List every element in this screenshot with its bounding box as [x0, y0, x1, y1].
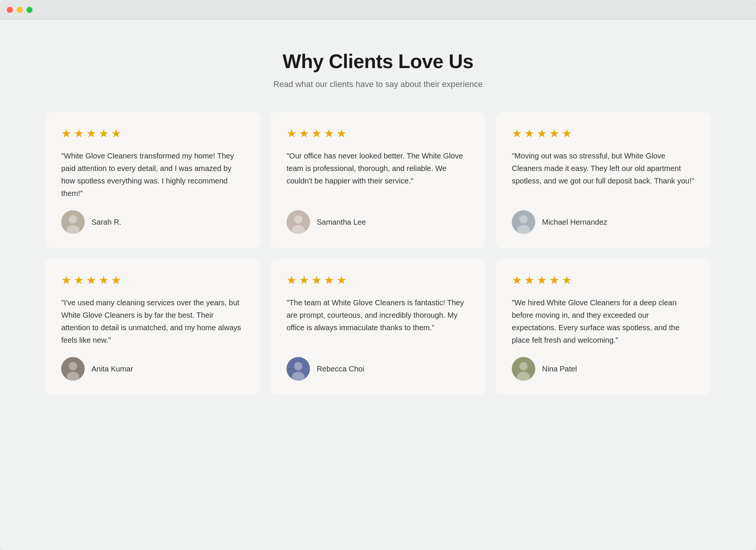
- star-icon: ★: [324, 128, 334, 139]
- reviewer-rebecca: Rebecca Choi: [287, 357, 469, 381]
- avatar-sarah: [61, 210, 85, 234]
- reviews-grid: ★★★★★"White Glove Cleaners transformed m…: [45, 112, 711, 395]
- stars-sarah: ★★★★★: [61, 128, 244, 139]
- svg-point-23: [294, 362, 302, 370]
- reviewer-anita: Anita Kumar: [61, 357, 244, 381]
- stars-michael: ★★★★★: [512, 128, 695, 139]
- review-text-rebecca: "The team at White Glove Cleaners is fan…: [287, 297, 469, 346]
- star-icon: ★: [299, 128, 309, 139]
- review-card-nina: ★★★★★"We hired White Glove Cleaners for …: [496, 259, 711, 395]
- star-icon: ★: [86, 275, 96, 286]
- reviewer-sarah: Sarah R.: [61, 210, 244, 234]
- review-text-sarah: "White Glove Cleaners transformed my hom…: [61, 150, 244, 200]
- star-icon: ★: [287, 275, 297, 286]
- svg-point-13: [519, 215, 528, 224]
- star-icon: ★: [562, 275, 572, 286]
- page-title: Why Clients Love Us: [45, 50, 711, 73]
- svg-point-28: [519, 362, 528, 370]
- stars-anita: ★★★★★: [61, 275, 244, 286]
- svg-point-18: [69, 362, 77, 370]
- star-icon: ★: [311, 128, 322, 139]
- star-icon: ★: [549, 128, 559, 139]
- svg-point-3: [69, 215, 77, 224]
- star-icon: ★: [311, 275, 322, 286]
- star-icon: ★: [537, 128, 547, 139]
- star-icon: ★: [299, 275, 309, 286]
- avatar-michael: [512, 210, 535, 234]
- review-text-michael: "Moving out was so stressful, but White …: [512, 150, 695, 200]
- star-icon: ★: [287, 128, 297, 139]
- review-text-nina: "We hired White Glove Cleaners for a dee…: [512, 297, 695, 346]
- avatar-anita: [61, 357, 85, 381]
- star-icon: ★: [512, 128, 522, 139]
- star-icon: ★: [562, 128, 572, 139]
- star-icon: ★: [111, 275, 121, 286]
- svg-point-8: [294, 215, 302, 224]
- star-icon: ★: [86, 128, 96, 139]
- reviewer-samantha: Samantha Lee: [287, 210, 469, 234]
- star-icon: ★: [537, 275, 547, 286]
- reviewer-name-rebecca: Rebecca Choi: [317, 365, 364, 373]
- star-icon: ★: [512, 275, 522, 286]
- page-subtitle: Read what our clients have to say about …: [45, 79, 711, 89]
- star-icon: ★: [524, 275, 534, 286]
- review-text-anita: "I've used many cleaning services over t…: [61, 297, 244, 346]
- review-text-samantha: "Our office has never looked better. The…: [287, 150, 469, 200]
- star-icon: ★: [336, 275, 347, 286]
- star-icon: ★: [324, 275, 334, 286]
- review-card-rebecca: ★★★★★"The team at White Glove Cleaners i…: [271, 259, 485, 395]
- star-icon: ★: [99, 128, 109, 139]
- reviewer-michael: Michael Hernandez: [512, 210, 695, 234]
- reviewer-name-anita: Anita Kumar: [91, 365, 133, 373]
- avatar-nina: [512, 357, 535, 381]
- close-button[interactable]: [7, 7, 13, 13]
- reviewer-name-michael: Michael Hernandez: [542, 218, 607, 227]
- stars-samantha: ★★★★★: [287, 128, 469, 139]
- section-header: Why Clients Love Us Read what our client…: [45, 50, 711, 89]
- star-icon: ★: [61, 128, 71, 139]
- minimize-button[interactable]: [17, 7, 23, 13]
- review-card-anita: ★★★★★"I've used many cleaning services o…: [45, 259, 260, 395]
- reviewer-name-nina: Nina Patel: [542, 365, 577, 373]
- star-icon: ★: [74, 128, 84, 139]
- avatar-samantha: [287, 210, 310, 234]
- reviewer-nina: Nina Patel: [512, 357, 695, 381]
- review-card-michael: ★★★★★"Moving out was so stressful, but W…: [496, 112, 711, 248]
- star-icon: ★: [61, 275, 71, 286]
- maximize-button[interactable]: [26, 7, 33, 13]
- stars-rebecca: ★★★★★: [287, 275, 469, 286]
- review-card-samantha: ★★★★★"Our office has never looked better…: [271, 112, 485, 248]
- star-icon: ★: [336, 128, 347, 139]
- titlebar: [0, 0, 756, 20]
- star-icon: ★: [99, 275, 109, 286]
- star-icon: ★: [111, 128, 121, 139]
- avatar-rebecca: [287, 357, 310, 381]
- star-icon: ★: [524, 128, 534, 139]
- stars-nina: ★★★★★: [512, 275, 695, 286]
- app-window: Why Clients Love Us Read what our client…: [0, 0, 756, 550]
- reviewer-name-sarah: Sarah R.: [91, 218, 121, 227]
- star-icon: ★: [549, 275, 559, 286]
- reviewer-name-samantha: Samantha Lee: [317, 218, 366, 227]
- page-content: Why Clients Love Us Read what our client…: [0, 20, 756, 433]
- review-card-sarah: ★★★★★"White Glove Cleaners transformed m…: [45, 112, 260, 248]
- star-icon: ★: [74, 275, 84, 286]
